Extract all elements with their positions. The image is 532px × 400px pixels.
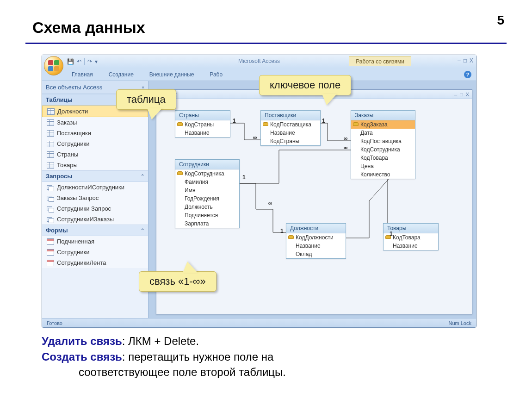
field-dolzhnost[interactable]: Должность	[175, 203, 239, 211]
nav-section-queries[interactable]: Запросы ⌃	[42, 170, 148, 182]
footer-text: Удалить связь: ЛКМ + Delete. Создать свя…	[42, 333, 504, 380]
titlebar: 💾 ↶ ↷ ▾ Microsoft Access Работа со связя…	[42, 55, 476, 68]
field-kodsotrudnika[interactable]: КодСотрудника	[351, 145, 415, 154]
nav-item-query[interactable]: Заказы Запрос	[42, 193, 148, 203]
field-nazvanie[interactable]: Название	[175, 129, 230, 137]
table-icon	[47, 130, 54, 137]
minimize-button[interactable]: –	[458, 57, 461, 64]
field-data[interactable]: Дата	[351, 129, 415, 137]
field-zarplata[interactable]: Зарплата	[175, 219, 239, 228]
field-imya[interactable]: Имя	[175, 186, 239, 194]
undo-icon[interactable]: ↶	[77, 58, 81, 65]
nav-item-query[interactable]: ДолжностиИСотрудники	[42, 182, 148, 193]
table-postavshchiki[interactable]: Поставщики КодПоставщика Название КодСтр…	[260, 110, 321, 146]
callout-text: таблица	[127, 94, 166, 105]
field-kodpostavshchika[interactable]: КодПоставщика	[261, 120, 320, 129]
footer-delete-label: Удалить связь	[42, 335, 122, 347]
query-icon	[47, 206, 54, 212]
cardinality-many: ∞	[344, 135, 348, 142]
tab-external-data[interactable]: Внешние данные	[148, 69, 196, 81]
table-icon	[47, 119, 54, 126]
window-controls: – □ X	[458, 57, 473, 64]
save-icon[interactable]: 💾	[67, 58, 74, 65]
nav-item-form[interactable]: Сотрудники	[42, 247, 148, 257]
nav-item-zakazy[interactable]: Заказы	[42, 117, 148, 128]
field-kodpostavshchika[interactable]: КодПоставщика	[351, 137, 415, 145]
field-kodstrany[interactable]: КодСтраны	[175, 120, 230, 129]
nav-item-label: Сотрудники	[57, 249, 89, 256]
context-tab[interactable]: Работа со связями	[349, 56, 411, 66]
table-zakazy[interactable]: Заказы КодЗаказа Дата КодПоставщика КодС…	[351, 110, 415, 179]
field-kodzakaza[interactable]: КодЗаказа	[351, 120, 415, 129]
field-podchinyaetsya[interactable]: Подчиняется	[175, 211, 239, 219]
status-right: Num Lock	[448, 320, 471, 326]
nav-item-query[interactable]: Сотрудники Запрос	[42, 203, 148, 214]
cardinality-many: ∞	[344, 144, 348, 151]
title-rule	[25, 43, 507, 44]
callout-keyfield: ключевое поле	[259, 75, 351, 95]
nav-section-forms[interactable]: Формы ⌃	[42, 225, 148, 236]
access-window: 💾 ↶ ↷ ▾ Microsoft Access Работа со связя…	[42, 55, 476, 328]
close-button[interactable]: X	[470, 57, 473, 64]
nav-item-form[interactable]: СотрудникиЛента	[42, 257, 148, 268]
child-minimize-button[interactable]: –	[454, 92, 457, 97]
redo-icon[interactable]: ↷	[87, 58, 92, 65]
footer-create-label: Создать связь	[42, 350, 122, 363]
form-icon	[47, 260, 54, 266]
table-title: Заказы	[351, 111, 415, 120]
field-familiya[interactable]: Фамилия	[175, 178, 239, 186]
field-kodtovara[interactable]: КодТовара	[351, 154, 415, 162]
maximize-button[interactable]: □	[464, 57, 467, 64]
table-title: Должности	[286, 224, 346, 233]
nav-section-label: Таблицы	[46, 96, 73, 103]
nav-section-label: Формы	[46, 227, 68, 234]
table-sotrudniki[interactable]: Сотрудники КодСотрудника Фамилия Имя Год…	[175, 159, 240, 228]
query-icon	[47, 216, 54, 223]
nav-item-label: СотрудникиИЗаказы	[57, 216, 114, 223]
field-godrozhdeniya[interactable]: ГодРождения	[175, 194, 239, 203]
table-dolzhnosti[interactable]: Должности КодДолжности Название Оклад	[286, 223, 346, 259]
footer-delete-text: : ЛКМ + Delete.	[122, 335, 199, 347]
tab-home[interactable]: Главная	[70, 69, 95, 81]
field-nazvanie[interactable]: Название	[286, 242, 346, 250]
form-icon	[47, 238, 54, 245]
tab-create[interactable]: Создание	[107, 69, 136, 81]
help-icon[interactable]: ?	[464, 71, 471, 78]
page-title: Схема данных	[32, 19, 145, 37]
table-title: Сотрудники	[175, 160, 239, 169]
nav-item-label: Товары	[57, 162, 78, 169]
status-left: Готово	[47, 320, 62, 326]
table-icon	[47, 162, 54, 169]
child-close-button[interactable]: X	[466, 92, 469, 97]
nav-item-label: Сотрудники Запрос	[57, 205, 111, 212]
field-tsena[interactable]: Цена	[351, 162, 415, 170]
nav-item-query[interactable]: СотрудникиИЗаказы	[42, 214, 148, 225]
nav-item-strany[interactable]: Страны	[42, 149, 148, 160]
chevron-icon: ⌃	[141, 228, 144, 233]
quick-access-toolbar: 💾 ↶ ↷ ▾	[67, 57, 98, 66]
nav-item-label: Подчиненная	[57, 238, 94, 245]
nav-item-label: Поставщики	[57, 130, 91, 137]
nav-item-label: Заказы Запрос	[57, 194, 99, 201]
field-kolichestvo[interactable]: Количество	[351, 170, 415, 179]
field-koddolzhnosti[interactable]: КодДолжности	[286, 233, 346, 242]
nav-item-label: СотрудникиЛента	[57, 259, 106, 266]
tab-database-tools[interactable]: Рабо	[208, 69, 224, 81]
field-oklad[interactable]: Оклад	[286, 250, 346, 258]
field-kodstrany[interactable]: КодСтраны	[261, 137, 320, 145]
table-icon	[47, 141, 54, 147]
field-kodsotrudnika[interactable]: КодСотрудника	[175, 169, 239, 178]
nav-item-tovary[interactable]: Товары	[42, 160, 148, 170]
nav-item-form[interactable]: Подчиненная	[42, 236, 148, 247]
nav-item-label: Страны	[57, 151, 78, 158]
field-nazvanie[interactable]: Название	[261, 129, 320, 137]
table-icon	[47, 108, 55, 115]
field-nazvanie[interactable]: Название	[384, 242, 438, 250]
nav-item-postavshchiki[interactable]: Поставщики	[42, 128, 148, 138]
child-maximize-button[interactable]: □	[460, 92, 463, 97]
office-button[interactable]	[44, 56, 63, 75]
qat-dropdown-icon[interactable]: ▾	[95, 58, 98, 65]
table-title: Страны	[175, 111, 230, 120]
nav-item-sotrudniki[interactable]: Сотрудники	[42, 138, 148, 149]
table-strany[interactable]: Страны КодСтраны Название	[175, 110, 230, 138]
